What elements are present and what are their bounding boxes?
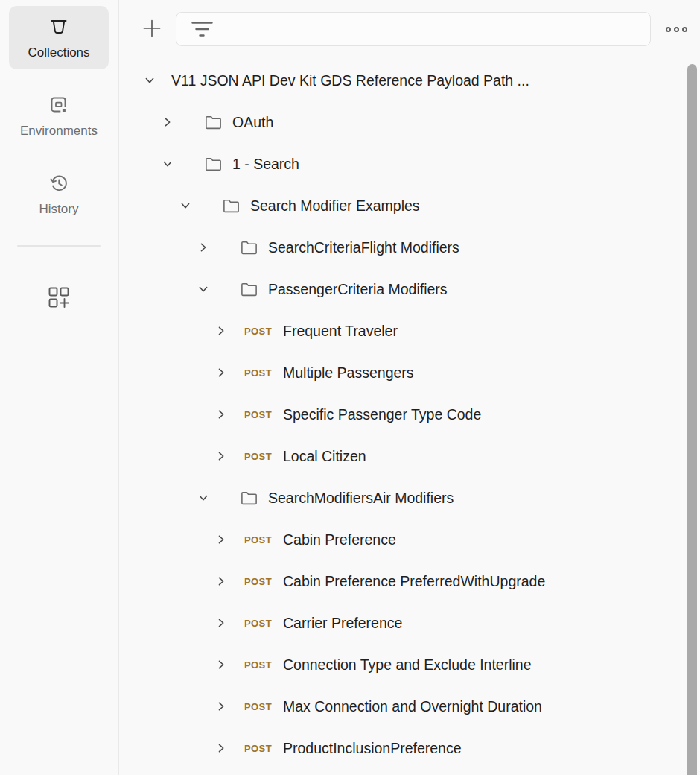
request-method-badge: POST — [244, 409, 272, 420]
tree-item-label: Cabin Preference PreferredWithUpgrade — [283, 573, 545, 590]
tree-item-label: OAuth — [232, 114, 273, 131]
request-method-badge: POST — [244, 451, 272, 462]
left-rail: Collections Environments History — [0, 0, 119, 775]
collections-icon — [48, 16, 69, 37]
chevron-icon[interactable] — [215, 617, 227, 629]
chevron-icon[interactable] — [215, 367, 227, 379]
tree-row-request[interactable]: POST Connection Type and Exclude Interli… — [121, 644, 700, 686]
tree-item-label: Local Citizen — [283, 448, 366, 465]
chevron-icon[interactable] — [215, 325, 227, 337]
request-method-badge: POST — [244, 743, 272, 754]
rail-item-environments[interactable]: Environments — [9, 84, 109, 148]
tree-row-folder[interactable]: PassengerCriteria Modifiers — [121, 268, 700, 310]
folder-icon — [241, 281, 258, 298]
rail-item-history[interactable]: History — [9, 162, 109, 226]
add-collection-button[interactable] — [140, 17, 164, 41]
request-method-badge: POST — [244, 618, 272, 629]
tree-row-request[interactable]: POST Carrier Preference — [121, 602, 700, 644]
chevron-icon[interactable] — [215, 659, 227, 671]
tree-item-label: Carrier Preference — [283, 615, 402, 632]
folder-icon — [241, 490, 258, 507]
tree-item-label: Multiple Passengers — [283, 364, 414, 382]
chevron-icon[interactable] — [215, 534, 227, 545]
chevron-icon[interactable] — [197, 241, 209, 253]
tree-row-folder[interactable]: SearchCriteriaFlight Modifiers — [121, 227, 700, 268]
tree-item-label: Search Modifier Examples — [250, 197, 420, 215]
chevron-icon[interactable] — [215, 408, 227, 420]
tree-row-collection[interactable]: V11 JSON API Dev Kit GDS Reference Paylo… — [121, 60, 700, 101]
plus-icon — [141, 17, 163, 42]
chevron-icon[interactable] — [144, 75, 156, 86]
tree-item-label: ProductInclusionPreference — [283, 740, 462, 757]
tree-row-folder[interactable]: SearchModifiersAir Modifiers — [121, 477, 700, 519]
tree-item-label: 1 - Search — [232, 156, 299, 173]
chevron-icon[interactable] — [215, 450, 227, 462]
sidebar-toolbar — [121, 0, 700, 46]
tree-item-label: Connection Type and Exclude Interline — [283, 657, 532, 674]
request-method-badge: POST — [244, 701, 272, 712]
tree-row-request[interactable]: POST ProductInclusionPreference — [121, 727, 700, 769]
configure-sidebar-button[interactable] — [42, 281, 75, 316]
scrollbar-thumb[interactable] — [687, 64, 697, 775]
request-method-badge: POST — [244, 367, 272, 379]
folder-icon — [241, 239, 258, 256]
chevron-icon[interactable] — [215, 742, 227, 754]
configure-sidebar-icon — [47, 300, 71, 311]
tree-item-label: Cabin Preference — [283, 531, 396, 548]
tree-row-request[interactable]: POST Local Citizen — [121, 435, 700, 477]
request-method-badge: POST — [244, 534, 272, 545]
request-method-badge: POST — [244, 576, 272, 587]
rail-divider — [17, 245, 101, 247]
more-options-button[interactable] — [660, 12, 693, 46]
tree-item-label: SearchCriteriaFlight Modifiers — [268, 239, 459, 256]
chevron-icon[interactable] — [162, 158, 174, 170]
tree-item-label: V11 JSON API Dev Kit GDS Reference Paylo… — [171, 72, 529, 89]
chevron-icon[interactable] — [215, 700, 227, 712]
rail-item-collections[interactable]: Collections — [9, 6, 109, 69]
chevron-icon[interactable] — [197, 283, 209, 295]
tree-item-label: PassengerCriteria Modifiers — [268, 281, 448, 298]
environments-icon — [48, 95, 69, 116]
tree-item-label: Specific Passenger Type Code — [283, 406, 481, 423]
chevron-icon[interactable] — [215, 575, 227, 587]
tree-item-label: Frequent Traveler — [283, 323, 398, 340]
tree-row-request[interactable]: POST Max Connection and Overnight Durati… — [121, 686, 700, 727]
tree-row-folder[interactable]: 1 - Search — [121, 143, 700, 185]
tree-row-request[interactable]: POST Cabin Preference PreferredWithUpgra… — [121, 560, 700, 602]
chevron-icon[interactable] — [179, 200, 191, 212]
tree-item-label: SearchModifiersAir Modifiers — [268, 490, 454, 507]
request-method-badge: POST — [244, 659, 272, 671]
chevron-icon[interactable] — [197, 492, 209, 504]
tree-row-request[interactable]: POST Cabin Preference — [121, 519, 700, 560]
history-icon — [48, 173, 69, 194]
tree-row-request[interactable]: POST Multiple Passengers — [121, 352, 700, 393]
tree-row-request[interactable]: POST Specific Passenger Type Code — [121, 393, 700, 435]
collection-tree: V11 JSON API Dev Kit GDS Reference Paylo… — [121, 60, 700, 769]
more-options-icon — [666, 27, 687, 32]
tree-row-folder[interactable]: OAuth — [121, 101, 700, 143]
chevron-icon[interactable] — [162, 116, 174, 128]
filter-input-container[interactable] — [176, 12, 651, 46]
folder-icon — [223, 197, 240, 215]
tree-item-label: Max Connection and Overnight Duration — [283, 698, 542, 715]
request-method-badge: POST — [244, 326, 272, 337]
tree-row-request[interactable]: POST Frequent Traveler — [121, 310, 700, 352]
collections-panel: V11 JSON API Dev Kit GDS Reference Paylo… — [121, 0, 700, 775]
rail-items: Collections Environments History — [0, 6, 118, 226]
folder-icon — [205, 156, 222, 173]
filter-input[interactable] — [222, 13, 650, 45]
tree-row-folder[interactable]: Search Modifier Examples — [121, 185, 700, 227]
folder-icon — [205, 114, 222, 131]
filter-icon — [191, 21, 213, 38]
